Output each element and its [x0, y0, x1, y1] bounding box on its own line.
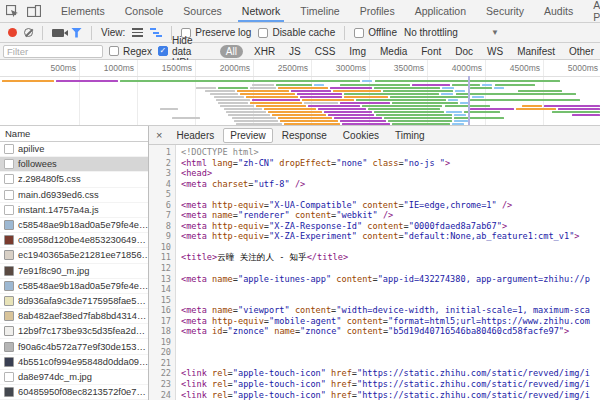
preview-code-view: 1234567891011121314151617181920212223242…	[149, 145, 600, 400]
code-line: <title>云曈 关注的人 - 知乎</title>	[181, 252, 600, 263]
request-row-c58548ae9b18ad0a5e79fe4e[interactable]: c58548ae9b18ad0a5e79fe4e…	[0, 218, 148, 233]
detail-tab-response[interactable]: Response	[275, 128, 334, 143]
request-row-60485950f08ec8213572f0e7[interactable]: 60485950f08ec8213572f0e7…	[0, 385, 148, 400]
request-row-apilive[interactable]: apilive	[0, 142, 148, 157]
code-line: <meta http-equiv="X-ZA-Experiment" conte…	[181, 231, 600, 242]
request-row-main-d6939ed6-css[interactable]: main.d6939ed6.css	[0, 188, 148, 203]
request-row-ec1940365a5e21281ee71856[interactable]: ec1940365a5e21281ee71856…	[0, 248, 148, 263]
regex-checkbox[interactable]	[109, 46, 119, 56]
tab-application[interactable]: Application	[405, 0, 476, 22]
tab-profiles[interactable]: Profiles	[350, 0, 405, 22]
line-number: 15	[149, 295, 171, 306]
offline-checkbox[interactable]	[354, 28, 364, 38]
network-main: Name apilivefolloweesz.298480f5.cssmain.…	[0, 126, 600, 400]
code-line: <link rel="apple-touch-icon" href="https…	[181, 390, 600, 400]
divider	[91, 26, 92, 40]
code-line	[181, 358, 600, 369]
code-line	[181, 263, 600, 274]
network-overview[interactable]: 500ms1000ms1500ms2000ms2500ms3000ms3500m…	[0, 60, 600, 126]
tick-label: 3500ms	[378, 63, 424, 73]
detail-tab-cookies[interactable]: Cookies	[336, 128, 386, 143]
filter-type-media[interactable]: Media	[377, 45, 410, 58]
request-timing-bar	[160, 108, 178, 110]
request-row-8ab482aef38ed7fab8bd4314[interactable]: 8ab482aef38ed7fab8bd4314…	[0, 309, 148, 324]
request-row-f90a6c4b572a77e9f30de153[interactable]: f90a6c4b572a77e9f30de153…	[0, 339, 148, 354]
image-file-icon	[4, 235, 14, 245]
name-column-header[interactable]: Name	[0, 126, 148, 142]
request-row-da8e974dc-m-jpg[interactable]: da8e974dc_m.jpg	[0, 370, 148, 385]
code-line: <meta name="viewport" content="width=dev…	[181, 305, 600, 316]
request-name: followees	[18, 159, 57, 169]
request-row-followees[interactable]: followees	[0, 157, 148, 172]
request-row-12b9f7c173be93c5d35fea2d[interactable]: 12b9f7c173be93c5d35fea2d…	[0, 324, 148, 339]
filter-type-doc[interactable]: Doc	[452, 45, 476, 58]
code-line: <link rel="apple-touch-icon" href="https…	[181, 379, 600, 390]
filter-type-ws[interactable]: WS	[484, 45, 506, 58]
detail-tab-preview[interactable]: Preview	[223, 128, 273, 143]
filter-type-js[interactable]: JS	[286, 45, 304, 58]
tab-security[interactable]: Security	[476, 0, 534, 22]
filter-type-font[interactable]: Font	[418, 45, 444, 58]
document-file-icon	[4, 174, 14, 184]
request-timing-bar	[494, 87, 504, 89]
line-number: 21	[149, 358, 171, 369]
request-name: c58548ae9b18ad0a5e79fe4e…	[18, 220, 148, 230]
filter-type-all[interactable]: All	[220, 45, 243, 58]
tick-label: 5000ms	[552, 63, 598, 73]
tick-label: 2500ms	[262, 63, 308, 73]
filter-type-xhr[interactable]: XHR	[251, 45, 278, 58]
filter-funnel-icon[interactable]	[71, 28, 82, 38]
request-row-c58548ae9b18ad0a5e79fe4e[interactable]: c58548ae9b18ad0a5e79fe4e…	[0, 279, 148, 294]
tabbar-icons	[0, 0, 47, 22]
requests-list: apilivefolloweesz.298480f5.cssmain.d6939…	[0, 142, 148, 400]
hide-data-urls-checkbox[interactable]: ✓	[158, 46, 168, 56]
request-row-7e91f8c90-m-jpg[interactable]: 7e91f8c90_m.jpg	[0, 264, 148, 279]
request-row-c08958d120be4e853230649[interactable]: c08958d120be4e853230649…	[0, 233, 148, 248]
tick-label: 4500ms	[494, 63, 540, 73]
throttling-select[interactable]: No throttling	[404, 27, 458, 38]
tab-adblock-plus[interactable]: Adblock Plus	[583, 0, 600, 22]
request-row-instant-14757a4a-js[interactable]: instant.14757a4a.js	[0, 203, 148, 218]
line-number: 9	[149, 231, 171, 242]
filter-type-css[interactable]: CSS	[312, 45, 339, 58]
tab-elements[interactable]: Elements	[51, 0, 115, 22]
regex-label: Regex	[123, 46, 152, 57]
request-timing-bar	[470, 99, 580, 101]
line-number: 8	[149, 221, 171, 232]
tab-console[interactable]: Console	[115, 0, 174, 22]
request-row-8d936afa9c3de7175958fae5[interactable]: 8d936afa9c3de7175958fae5…	[0, 294, 148, 309]
tab-network[interactable]: Network	[232, 0, 291, 22]
chevron-down-icon[interactable]: ▼	[491, 28, 499, 37]
tab-audits[interactable]: Audits	[534, 0, 583, 22]
record-button[interactable]	[8, 28, 17, 37]
inspect-element-icon[interactable]	[6, 5, 19, 18]
request-row-4b551c0f994e95848d0dda09[interactable]: 4b551c0f994e95848d0dda09…	[0, 355, 148, 370]
request-row-z-298480f5-css[interactable]: z.298480f5.css	[0, 172, 148, 187]
filter-type-other[interactable]: Other	[566, 45, 597, 58]
line-number: 14	[149, 284, 171, 295]
filter-type-img[interactable]: Img	[346, 45, 369, 58]
request-name: da8e974dc_m.jpg	[18, 372, 92, 382]
filter-input[interactable]	[3, 45, 103, 58]
filter-type-manifest[interactable]: Manifest	[514, 45, 558, 58]
image-file-icon	[4, 326, 14, 336]
source-code[interactable]: <!DOCTYPE html><html lang="zh-CN" dropEf…	[176, 145, 600, 400]
requests-panel: Name apilivefolloweesz.298480f5.cssmain.…	[0, 126, 149, 400]
request-name: z.298480f5.css	[18, 174, 81, 184]
request-name: 12b9f7c173be93c5d35fea2d…	[18, 326, 145, 336]
tab-timeline[interactable]: Timeline	[290, 0, 349, 22]
clear-icon[interactable]	[24, 28, 33, 37]
detail-tab-headers[interactable]: Headers	[169, 128, 221, 143]
detail-tab-timing[interactable]: Timing	[388, 128, 432, 143]
close-icon[interactable]: ×	[153, 129, 167, 141]
list-view-icon[interactable]	[132, 28, 143, 37]
line-number: 24	[149, 390, 171, 400]
code-line	[181, 295, 600, 306]
document-file-icon	[4, 144, 14, 154]
screenshot-camera-icon[interactable]	[52, 29, 64, 37]
device-toolbar-icon[interactable]	[27, 5, 41, 17]
disable-cache-checkbox[interactable]	[258, 28, 268, 38]
request-name: 4b551c0f994e95848d0dda09…	[18, 357, 148, 367]
tab-sources[interactable]: Sources	[173, 0, 232, 22]
line-number: 20	[149, 347, 171, 358]
